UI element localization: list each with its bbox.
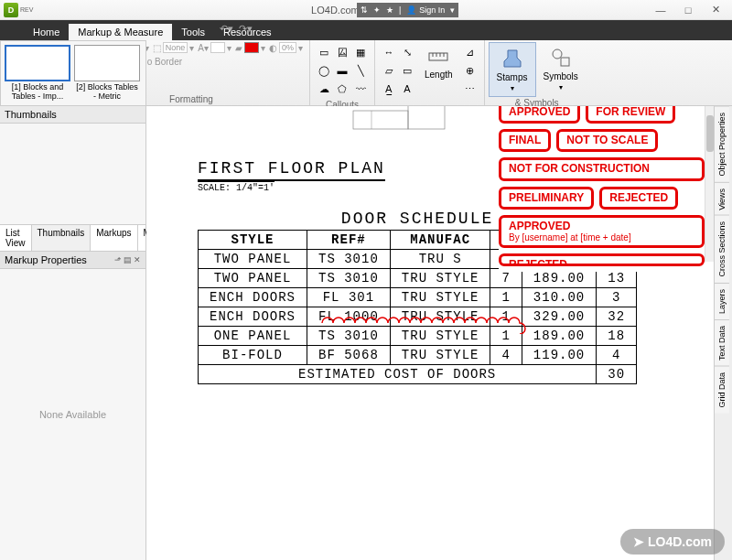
panel-pin-icon[interactable]: ⬏ [114,255,122,264]
bucket-icon: ▰ [235,43,242,53]
measure-rect-icon[interactable]: ▭ [399,62,415,79]
font-picker[interactable]: A▾ ▾ [198,42,231,53]
measure-poly-icon[interactable]: ⤡ [399,44,415,60]
canvas[interactable]: FIRST FLOOR PLAN SCALE: 1/4"=1' DOOR SCH… [146,106,732,560]
callout-freehand-icon[interactable]: 〰 [352,81,369,97]
measure-more-icon[interactable]: ⋯ [462,81,479,97]
transparency-picker[interactable]: ◐0%▾ [269,42,303,53]
stamp-rejected[interactable]: REJECTED [599,187,678,210]
minimize-button[interactable]: — [648,2,673,18]
ribbon-tabstrip: Home Markup & Measure Tools Resources ↶▾… [0,20,732,40]
stamp-for-review[interactable]: FOR REVIEW [586,106,675,124]
callout-text-icon[interactable]: 囜 [334,44,350,60]
nav-tab-markups[interactable]: Markups [91,225,137,251]
stamp-not-for-construction[interactable]: NOT FOR CONSTRUCTION [499,157,705,180]
watermark: ➤ LO4D.com [620,529,725,555]
quick-access-toolbar: ↶▾ ↷▾ [220,23,253,35]
group-callouts: ▭ 囜 ▦ ◯ ▬ ╲ ☁ ⬠ 〰 Callouts [310,40,375,105]
stamp-preliminary[interactable]: PRELIMINARY [499,187,594,210]
svg-rect-8 [408,106,445,129]
callout-line-icon[interactable]: ╲ [352,62,369,79]
stamp-rejected-by[interactable]: REJECTED [499,253,705,266]
signin-button[interactable]: 👤 Sign In [406,5,445,15]
stamps-scrollbar[interactable] [705,106,714,262]
callout-tool-icon[interactable]: ▦ [352,44,369,60]
titlebar: D REV LO4D.com - Sample.dwf ⇅ ✦ ★ | 👤 Si… [0,0,732,20]
plan-title: FIRST FLOOR PLAN [198,159,385,181]
callout-poly-icon[interactable]: ⬠ [334,81,350,97]
ruler-icon [427,46,449,68]
table-row: BI-FOLDBF 5068TRU STYLE4119.004 [199,346,637,365]
undo-icon[interactable]: ↶▾ [220,23,233,35]
table-row: ENCH DOORSFL 1000TRU STYLE1329.0032 [199,307,637,327]
redo-icon[interactable]: ↷▾ [239,23,253,35]
measure-area-icon[interactable]: ▱ [381,62,397,79]
side-tab-text-data[interactable]: Text Data [715,319,729,366]
dropdown-icon[interactable]: ▾ [450,5,455,15]
length-button[interactable]: Length [417,42,460,99]
panel-menu-icon[interactable]: ▤ [124,255,132,264]
nav-tab-thumbnails[interactable]: Thumbnails [32,225,92,251]
close-button[interactable]: ✕ [703,2,728,18]
col-manufac: MANUFAC [390,231,490,250]
callout-rect-icon[interactable]: ▭ [316,44,332,60]
group-measure: ↔ ⤡ ▱ ▭ A̲ A Length ⊿ ⊕ ⋯ [375,40,485,105]
side-tab-views[interactable]: Views [715,182,729,216]
qat-icon[interactable]: ✦ [373,5,381,15]
left-panel: Thumbnails [1] Blocks and Tables - Imp..… [0,106,146,560]
side-tab-layers[interactable]: Layers [715,283,729,319]
measure-arc-icon[interactable]: ⊿ [462,44,479,60]
plan-scale: SCALE: 1/4"=1' [198,181,274,193]
stamps-dropdown-panel: APPROVED FOR REVIEW FINAL NOT TO SCALE N… [499,106,705,272]
group-stamps-symbols: Stamps▾ Symbols▾ & Symbols [485,40,589,105]
user-icon: 👤 [406,5,416,15]
col-ref: REF# [307,231,391,250]
measure-text-icon[interactable]: A [399,81,415,97]
measure-snap-icon[interactable]: ⊕ [462,62,479,79]
panel-close-icon[interactable]: ✕ [134,255,141,264]
stamp-approved[interactable]: APPROVED [499,106,580,124]
table-row: ENCH DOORSFL 301TRU STYLE1310.003 [199,288,637,307]
callout-ellipse-icon[interactable]: ◯ [316,62,332,79]
side-tab-object-properties[interactable]: Object Properties [715,106,729,182]
app-icon: D [4,3,18,17]
measure-text-a-icon[interactable]: A̲ [381,81,397,97]
tab-tools[interactable]: Tools [172,24,214,40]
qat-divider: | [399,5,401,15]
markup-properties-header: Markup Properties ⬏ ▤ ✕ [0,252,145,269]
svg-rect-7 [353,111,408,129]
fill-color-picker[interactable]: ▰▾ [235,42,265,53]
stamps-button[interactable]: Stamps▾ [489,42,536,97]
thumbnail-preview [74,45,140,81]
app-sub-label: REV [20,6,33,13]
measure-line-icon[interactable]: ↔ [381,44,397,60]
thumbnail-item[interactable]: [1] Blocks and Tables - Imp... [5,45,70,102]
side-tabs: Object Properties Views Cross Sections L… [714,106,732,560]
svg-rect-6 [561,58,569,66]
stamp-not-to-scale[interactable]: NOT TO SCALE [556,129,658,152]
symbols-button[interactable]: Symbols▾ [536,42,586,97]
side-tab-grid-data[interactable]: Grid Data [715,366,729,414]
stamp-approved-by[interactable]: APPROVED By [username] at [time + date] [499,215,705,248]
callout-highlight-icon[interactable]: ▬ [334,62,350,79]
maximize-button[interactable]: □ [675,2,701,18]
tab-home[interactable]: Home [24,24,69,40]
thumbnail-item[interactable]: [2] Blocks Tables - Metric [74,45,140,102]
mini-floorplan-icon [344,106,481,134]
tab-markup-measure[interactable]: Markup & Measure [69,24,172,40]
table-row: ONE PANELTS 3010TRU STYLE1189.0018 [199,327,637,346]
qat-icon[interactable]: ★ [386,5,393,15]
stamp-final[interactable]: FINAL [499,129,551,152]
stamp-icon [501,47,524,70]
qat-icon[interactable]: ⇅ [361,5,368,15]
thumbnail-preview [5,45,70,81]
thumbnails-header: Thumbnails [0,106,145,124]
nav-tabs: List View Thumbnails Markups Model [0,224,145,252]
quick-access-signin: ⇅ ✦ ★ | 👤 Sign In ▾ [357,3,458,17]
svg-rect-0 [429,53,447,60]
line-style-picker[interactable]: ⬚None▾ [153,42,195,53]
color-swatch-red [244,42,259,53]
side-tab-cross-sections[interactable]: Cross Sections [715,215,729,283]
nav-tab-listview[interactable]: List View [0,225,32,251]
callout-cloud-icon[interactable]: ☁ [316,81,332,97]
